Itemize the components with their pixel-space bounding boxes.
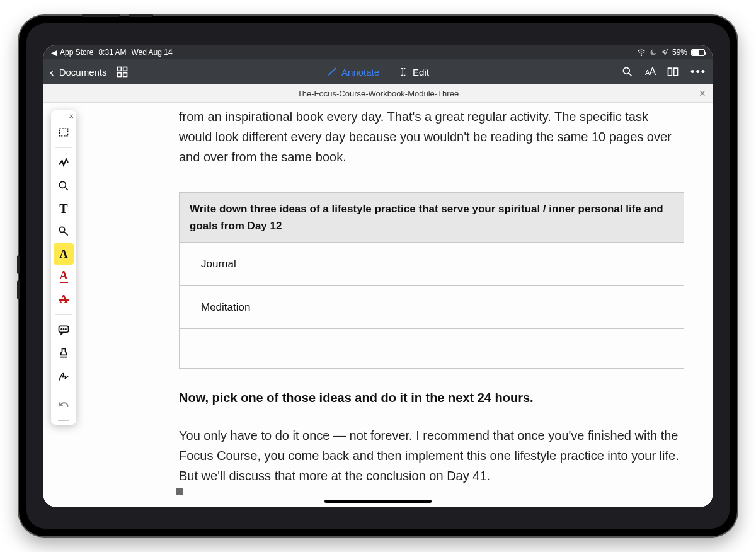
volume-button <box>82 14 120 17</box>
tool-text[interactable]: T <box>54 198 74 219</box>
status-bar: ◀ App Store 8:31 AM Wed Aug 14 59% <box>43 45 713 59</box>
document-tab[interactable]: The-Focus-Course-Workbook-Module-Three ✕ <box>43 84 713 103</box>
tool-strikethrough-text[interactable]: A <box>54 289 74 310</box>
power-button <box>129 14 153 17</box>
svg-rect-2 <box>123 67 127 71</box>
svg-rect-4 <box>123 73 127 77</box>
side-button-2 <box>17 280 20 299</box>
body-paragraph-1: from an inspirational book every day. Th… <box>179 106 684 167</box>
battery-percent: 59% <box>672 48 687 57</box>
side-button-1 <box>17 255 20 274</box>
tool-highlight-text[interactable]: A <box>54 243 74 265</box>
svg-point-10 <box>61 329 62 330</box>
tool-magnifier[interactable] <box>54 175 74 197</box>
moon-icon <box>650 49 657 56</box>
svg-point-12 <box>66 329 66 330</box>
thumbnails-grid-icon[interactable] <box>116 66 129 78</box>
svg-point-11 <box>63 329 64 330</box>
worksheet-table: Write down three ideas of a lifestyle pr… <box>179 192 684 369</box>
app-navbar: ‹ Documents Annotate Edit AA <box>43 59 713 84</box>
status-time: 8:31 AM <box>98 48 126 57</box>
close-tab-icon[interactable]: ✕ <box>699 88 706 98</box>
annotation-tool-palette[interactable]: ✕ T <box>51 110 76 425</box>
svg-point-7 <box>59 181 66 188</box>
tool-comment[interactable] <box>54 319 74 341</box>
back-documents-label[interactable]: Documents <box>59 67 107 78</box>
battery-icon <box>691 49 705 56</box>
svg-point-8 <box>59 227 64 232</box>
mode-annotate-label: Annotate <box>341 67 379 78</box>
font-size-control-icon[interactable]: AA <box>645 66 655 78</box>
worksheet-row-3[interactable] <box>180 329 684 368</box>
tool-undo[interactable] <box>54 396 74 417</box>
ipad-device-frame: ◀ App Store 8:31 AM Wed Aug 14 59% ‹ D <box>19 16 737 536</box>
close-palette-icon[interactable]: ✕ <box>69 113 74 120</box>
screen: ◀ App Store 8:31 AM Wed Aug 14 59% ‹ D <box>43 45 713 507</box>
worksheet-row-2[interactable]: Meditation <box>180 286 684 329</box>
svg-rect-6 <box>59 129 67 136</box>
svg-rect-3 <box>117 73 121 77</box>
location-icon <box>661 49 668 56</box>
palette-separator <box>55 314 72 315</box>
tool-selection-rect[interactable] <box>54 122 74 143</box>
body-heading-pick: Now, pick one of those ideas and do it i… <box>179 388 684 408</box>
tool-underline-text[interactable]: A <box>54 266 74 287</box>
mode-edit-label: Edit <box>413 67 429 78</box>
document-tab-title: The-Focus-Course-Workbook-Module-Three <box>297 89 459 98</box>
document-page: from an inspirational book every day. Th… <box>179 103 684 507</box>
tool-signature[interactable] <box>54 365 74 386</box>
document-viewport[interactable]: from an inspirational book every day. Th… <box>43 103 713 507</box>
back-to-app-label[interactable]: App Store <box>60 48 93 57</box>
mode-edit[interactable]: Edit <box>398 67 429 78</box>
status-date: Wed Aug 14 <box>131 48 172 57</box>
wifi-icon <box>637 48 646 57</box>
text-cursor-icon <box>398 67 408 77</box>
pencil-icon <box>327 67 337 77</box>
body-paragraph-2: You only have to do it once — not foreve… <box>179 425 684 486</box>
reader-view-icon[interactable] <box>667 66 679 78</box>
worksheet-row-1[interactable]: Journal <box>180 243 684 285</box>
mode-annotate[interactable]: Annotate <box>327 67 379 78</box>
back-to-app-caret[interactable]: ◀ <box>51 48 57 57</box>
search-icon[interactable] <box>621 66 634 78</box>
palette-separator <box>55 147 72 148</box>
bezel: ◀ App Store 8:31 AM Wed Aug 14 59% ‹ D <box>26 23 730 529</box>
svg-point-5 <box>623 67 629 74</box>
worksheet-header: Write down three ideas of a lifestyle pr… <box>180 193 684 243</box>
tool-stamp[interactable] <box>54 342 74 364</box>
back-chevron-icon[interactable]: ‹ <box>50 66 54 78</box>
tool-draw-scribble[interactable] <box>54 152 74 174</box>
svg-point-0 <box>641 55 641 55</box>
svg-rect-1 <box>117 67 121 71</box>
page-marker <box>176 488 183 495</box>
more-menu-icon[interactable]: ••• <box>690 66 706 79</box>
home-indicator[interactable] <box>324 500 432 503</box>
palette-drag-handle[interactable] <box>58 420 69 422</box>
tool-shape[interactable] <box>54 221 74 242</box>
palette-separator <box>55 391 72 391</box>
